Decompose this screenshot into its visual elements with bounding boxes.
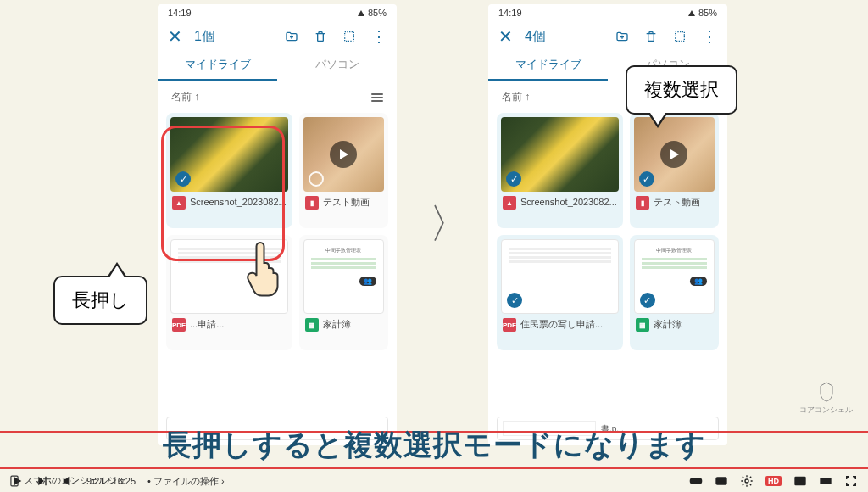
uncheck-icon: [309, 171, 324, 187]
file-name: テスト動画: [323, 196, 370, 208]
svg-rect-4: [716, 478, 726, 484]
uncheck-icon: [309, 293, 325, 308]
svg-rect-8: [821, 478, 831, 484]
file-name: ...申請...: [190, 318, 224, 330]
sort-label[interactable]: 名前 ↑: [502, 90, 530, 104]
close-icon[interactable]: ✕: [498, 26, 513, 47]
pdf-type-icon: PDF: [503, 318, 516, 332]
signal-icon: [358, 10, 364, 16]
thumbnail-flower: ✓: [501, 117, 619, 192]
pdf-type-icon: PDF: [172, 318, 186, 332]
file-pdf[interactable]: ✓ PDF住民票の写し申請...: [497, 235, 623, 350]
file-sheet[interactable]: 中間手数管理表✓👥 ▦家計簿: [630, 235, 719, 350]
watermark-text: コアコンシェル: [799, 405, 853, 414]
finger-icon: [243, 238, 287, 302]
battery-text: 85%: [368, 8, 387, 18]
signal-icon: [688, 10, 695, 16]
watermark: コアコンシェル: [799, 381, 853, 416]
callout-text: 複数選択: [644, 79, 719, 100]
close-icon[interactable]: ✕: [168, 26, 182, 47]
chapter-title: • ファイルの操作 ›: [147, 475, 225, 488]
video-player-bar: 9:21 / 16:25 • ファイルの操作 › HD: [0, 470, 868, 492]
status-time: 14:19: [168, 8, 192, 18]
video-type-icon: ▮: [636, 196, 649, 210]
channel-text: スマホのコンシェルジュ: [24, 474, 126, 487]
status-time: 14:19: [498, 8, 522, 18]
captions-icon[interactable]: [715, 474, 728, 488]
status-bar: 14:19 85%: [488, 4, 727, 20]
tab-my-drive[interactable]: マイドライブ: [488, 50, 608, 81]
tab-computer[interactable]: パソコン: [277, 50, 397, 81]
check-icon: ✓: [639, 171, 654, 187]
selection-toolbar: ✕ 1個 ⋮: [158, 20, 397, 50]
file-video[interactable]: ▮テスト動画: [299, 113, 388, 228]
selection-count: 4個: [525, 28, 604, 46]
sort-label[interactable]: 名前 ↑: [171, 90, 199, 104]
file-video[interactable]: ✓ ▮テスト動画: [630, 113, 719, 228]
svg-rect-1: [676, 32, 685, 42]
status-bar: 14:19 85%: [158, 4, 397, 20]
play-icon: [660, 141, 687, 168]
move-folder-icon[interactable]: [615, 30, 629, 43]
settings-icon[interactable]: [740, 474, 754, 488]
thumbnail-video: ✓: [634, 117, 715, 192]
miniplayer-icon[interactable]: [793, 474, 807, 488]
selection-toolbar: ✕ 4個 ⋮: [488, 20, 727, 50]
select-all-icon[interactable]: [342, 30, 356, 43]
trash-icon[interactable]: [314, 30, 327, 43]
fullscreen-icon[interactable]: [844, 474, 858, 488]
selection-count: 1個: [194, 28, 273, 46]
theater-icon[interactable]: [819, 474, 832, 488]
svg-point-3: [697, 479, 700, 483]
file-name: 住民票の写し申請...: [520, 318, 603, 330]
select-all-icon[interactable]: [673, 30, 687, 43]
battery-text: 85%: [698, 8, 717, 18]
caption-text: 長押しすると複数選択モードになります: [0, 426, 868, 465]
svg-point-5: [745, 479, 748, 483]
file-name: 家計簿: [323, 318, 351, 330]
trash-icon[interactable]: [644, 30, 658, 43]
svg-rect-7: [800, 481, 804, 484]
file-sheet[interactable]: 中間手数管理表👥 ▦家計簿: [299, 235, 388, 350]
channel-name: スマホのコンシェルジュ: [8, 474, 126, 487]
thumbnail-video: [303, 117, 384, 192]
arrow-icon: 〉: [429, 197, 470, 251]
tabs: マイドライブ パソコン: [158, 50, 397, 81]
video-type-icon: ▮: [305, 196, 319, 210]
play-icon: [330, 141, 357, 168]
autoplay-icon[interactable]: [689, 474, 703, 488]
thumbnail-sheet: 中間手数管理表✓👥: [634, 239, 715, 314]
callout-text: 長押し: [72, 289, 129, 310]
hd-badge: HD: [765, 476, 782, 486]
more-icon[interactable]: ⋮: [702, 27, 717, 46]
image-type-icon: ▲: [503, 196, 516, 210]
callout-tail: [107, 262, 127, 277]
callout-multiselect: 複数選択: [626, 65, 737, 115]
move-folder-icon[interactable]: [285, 30, 298, 43]
share-badge: 👥: [359, 277, 376, 286]
file-name: 家計簿: [654, 318, 682, 330]
svg-rect-0: [345, 32, 354, 42]
callout-longpress: 長押し: [53, 276, 147, 325]
file-name: テスト動画: [654, 196, 700, 208]
thumbnail-sheet: 中間手数管理表👥: [303, 239, 384, 314]
sheet-type-icon: ▦: [305, 318, 319, 332]
share-badge: 👥: [690, 277, 707, 286]
check-icon: ✓: [506, 171, 521, 187]
callout-tail: [648, 113, 668, 128]
check-icon: ✓: [507, 293, 522, 308]
more-icon[interactable]: ⋮: [371, 27, 387, 46]
uncheck-icon: [176, 293, 192, 308]
svg-point-10: [14, 483, 14, 484]
check-icon: ✓: [640, 293, 655, 308]
sheet-type-icon: ▦: [636, 318, 649, 332]
file-name: Screenshot_2023082...: [520, 196, 617, 208]
sort-row: 名前 ↑: [158, 81, 397, 113]
progress-line[interactable]: [0, 467, 868, 470]
tab-my-drive[interactable]: マイドライブ: [158, 50, 277, 81]
file-screenshot[interactable]: ✓ ▲Screenshot_2023082...: [497, 113, 623, 228]
thumbnail-pdf: ✓: [501, 239, 619, 314]
view-toggle-icon[interactable]: [371, 93, 383, 102]
